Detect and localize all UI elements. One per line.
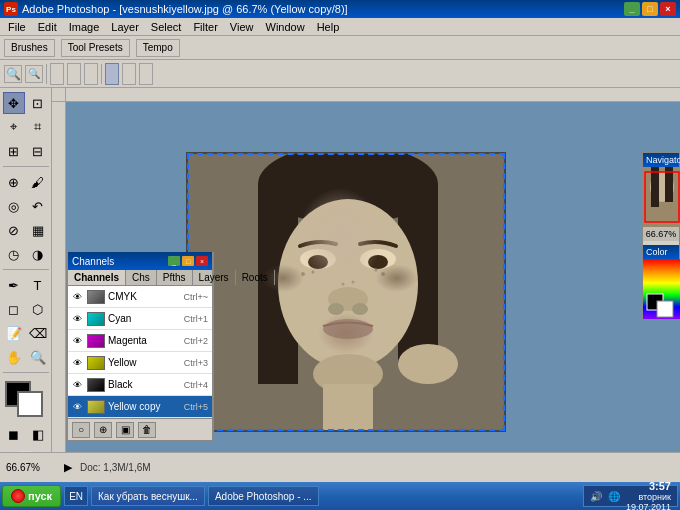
eyedropper-tool[interactable]: ⌫ bbox=[27, 322, 49, 344]
channel-magenta[interactable]: 👁 Magenta Ctrl+2 bbox=[68, 330, 212, 352]
move-tool[interactable]: ✥ bbox=[3, 92, 25, 114]
tab-channels[interactable]: Channels bbox=[68, 270, 126, 285]
eraser-tool[interactable]: ⊘ bbox=[3, 219, 25, 241]
taskbar: пуск EN Как убрать веснушк... Adobe Phot… bbox=[0, 482, 680, 510]
channels-dupe-btn[interactable]: ▣ bbox=[116, 422, 134, 438]
resize-windows-btn[interactable] bbox=[50, 63, 64, 85]
color-box bbox=[5, 381, 47, 417]
tab-chs[interactable]: Chs bbox=[126, 270, 157, 285]
fit-screen-btn[interactable] bbox=[122, 63, 136, 85]
pen-tool[interactable]: ✒ bbox=[3, 274, 25, 296]
crop-tool[interactable]: ⊞ bbox=[3, 140, 25, 162]
channel-black[interactable]: 👁 Black Ctrl+4 bbox=[68, 374, 212, 396]
hand-tool[interactable]: ✋ bbox=[3, 346, 25, 368]
menu-item-view[interactable]: View bbox=[224, 20, 260, 34]
shortcut-yellow: Ctrl+3 bbox=[184, 358, 208, 368]
svg-point-16 bbox=[323, 319, 373, 339]
quick-mask-mode[interactable]: ◧ bbox=[27, 423, 49, 445]
language-indicator[interactable]: EN bbox=[64, 486, 88, 506]
menu-item-window[interactable]: Window bbox=[260, 20, 311, 34]
svg-point-23 bbox=[313, 354, 383, 394]
history-brush-tool[interactable]: ↶ bbox=[27, 195, 49, 217]
shape-tool[interactable]: ⬡ bbox=[27, 298, 49, 320]
clock-day: вторник bbox=[626, 492, 671, 502]
clone-tool[interactable]: ◎ bbox=[3, 195, 25, 217]
minimize-button[interactable]: _ bbox=[624, 2, 640, 16]
menu-item-image[interactable]: Image bbox=[63, 20, 106, 34]
close-button[interactable]: × bbox=[660, 2, 676, 16]
image-canvas bbox=[186, 152, 506, 432]
title-bar-text: Adobe Photoshop - [vesnushkiyellow.jpg @… bbox=[22, 3, 348, 15]
actual-pixels-btn[interactable] bbox=[105, 63, 119, 85]
thumb-cyan bbox=[87, 312, 105, 326]
channels-close[interactable]: × bbox=[196, 256, 208, 266]
channels-delete-btn[interactable]: 🗑 bbox=[138, 422, 156, 438]
tool-presets-button[interactable]: Tool Presets bbox=[61, 39, 130, 57]
text-tool[interactable]: T bbox=[27, 274, 49, 296]
tempo-button[interactable]: Tempo bbox=[136, 39, 180, 57]
svg-point-12 bbox=[368, 255, 388, 269]
eye-cmyk[interactable]: 👁 bbox=[70, 290, 84, 304]
eye-yellow-copy[interactable]: 👁 bbox=[70, 400, 84, 414]
tab-roots[interactable]: Roots bbox=[236, 270, 275, 285]
eye-cyan[interactable]: 👁 bbox=[70, 312, 84, 326]
channel-cmyk[interactable]: 👁 CMYK Ctrl+~ bbox=[68, 286, 212, 308]
eye-black[interactable]: 👁 bbox=[70, 378, 84, 392]
start-button[interactable]: пуск bbox=[2, 485, 61, 507]
maximize-button[interactable]: □ bbox=[642, 2, 658, 16]
marquee-tool[interactable]: ⊡ bbox=[27, 92, 49, 114]
menu-item-file[interactable]: File bbox=[2, 20, 32, 34]
channels-visibility-btn[interactable]: ○ bbox=[72, 422, 90, 438]
thumb-black bbox=[87, 378, 105, 392]
channel-cyan[interactable]: 👁 Cyan Ctrl+1 bbox=[68, 308, 212, 330]
svg-point-13 bbox=[328, 287, 368, 311]
menu-item-select[interactable]: Select bbox=[145, 20, 188, 34]
menu-item-edit[interactable]: Edit bbox=[32, 20, 63, 34]
svg-point-17 bbox=[301, 272, 305, 276]
dodge-tool[interactable]: ◑ bbox=[27, 243, 49, 265]
zoom-all-windows-btn[interactable] bbox=[84, 63, 98, 85]
ignore-palettes-btn[interactable] bbox=[67, 63, 81, 85]
channels-maximize[interactable]: □ bbox=[182, 256, 194, 266]
zoom-tool[interactable]: 🔍 bbox=[27, 346, 49, 368]
zoom-in-button[interactable]: 🔍 bbox=[4, 65, 22, 83]
svg-rect-7 bbox=[398, 184, 438, 364]
status-bar: 66.67% ▶ Doc: 1,3M/1,6M bbox=[0, 452, 680, 482]
print-size-btn[interactable] bbox=[139, 63, 153, 85]
brush-tool[interactable]: 🖌 bbox=[27, 171, 49, 193]
eye-magenta[interactable]: 👁 bbox=[70, 334, 84, 348]
svg-point-9 bbox=[300, 249, 336, 269]
channels-minimize[interactable]: _ bbox=[168, 256, 180, 266]
zoom-out-button[interactable]: 🔍 bbox=[25, 65, 43, 83]
channels-new-btn[interactable]: ⊕ bbox=[94, 422, 112, 438]
lasso-tool[interactable]: ⌖ bbox=[3, 116, 25, 138]
eye-yellow[interactable]: 👁 bbox=[70, 356, 84, 370]
shortcut-yellow-copy: Ctrl+5 bbox=[184, 402, 208, 412]
channels-tabs: Channels Chs Pfths Layers Roots bbox=[68, 270, 212, 286]
blur-tool[interactable]: ◷ bbox=[3, 243, 25, 265]
menu-item-layer[interactable]: Layer bbox=[105, 20, 145, 34]
menu-item-filter[interactable]: Filter bbox=[187, 20, 223, 34]
notes-tool[interactable]: 📝 bbox=[3, 322, 25, 344]
channel-yellow-copy[interactable]: 👁 Yellow copy Ctrl+5 bbox=[68, 396, 212, 418]
shortcut-cyan: Ctrl+1 bbox=[184, 314, 208, 324]
menu-item-help[interactable]: Help bbox=[311, 20, 346, 34]
taskbar-app2[interactable]: Adobe Photoshop - ... bbox=[208, 486, 319, 506]
heal-tool[interactable]: ⊕ bbox=[3, 171, 25, 193]
left-toolbar: ✥ ⊡ ⌖ ⌗ ⊞ ⊟ ⊕ 🖌 ◎ ↶ ⊘ ▦ ◷ ◑ ✒ T ◻ ⬡ 📝 ⌫ … bbox=[0, 88, 52, 480]
magic-wand-tool[interactable]: ⌗ bbox=[27, 116, 49, 138]
fill-tool[interactable]: ▦ bbox=[27, 219, 49, 241]
tab-pfths[interactable]: Pfths bbox=[157, 270, 193, 285]
slice-tool[interactable]: ⊟ bbox=[27, 140, 49, 162]
thumb-magenta bbox=[87, 334, 105, 348]
channel-yellow[interactable]: 👁 Yellow Ctrl+3 bbox=[68, 352, 212, 374]
taskbar-app1[interactable]: Как убрать веснушк... bbox=[91, 486, 205, 506]
color-swatch[interactable] bbox=[643, 259, 679, 319]
standard-mode[interactable]: ◼ bbox=[3, 423, 25, 445]
path-selection-tool[interactable]: ◻ bbox=[3, 298, 25, 320]
brushes-button[interactable]: Brushes bbox=[4, 39, 55, 57]
svg-point-20 bbox=[375, 269, 378, 272]
tool-row-2: ⌖ ⌗ bbox=[3, 116, 49, 138]
background-color[interactable] bbox=[17, 391, 43, 417]
tab-layers[interactable]: Layers bbox=[193, 270, 236, 285]
